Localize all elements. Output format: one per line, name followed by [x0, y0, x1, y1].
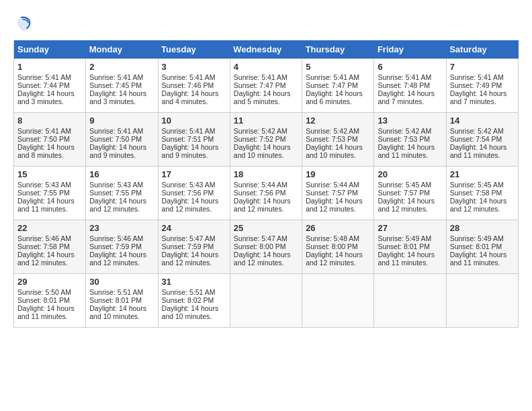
day-cell-25: 25 Sunrise: 5:47 AM Sunset: 8:00 PM Dayl… — [230, 220, 302, 274]
sunset-text: Sunset: 7:55 PM — [17, 189, 70, 197]
daylight-text: Daylight: 14 hours — [306, 143, 363, 151]
daylight-text: Daylight: 14 hours — [378, 250, 435, 259]
sunrise-text: Sunrise: 5:50 AM — [17, 288, 71, 296]
sunset-text: Sunset: 7:58 PM — [450, 189, 502, 197]
sunset-text: Sunset: 7:56 PM — [162, 189, 214, 197]
header-saturday: Saturday — [446, 40, 518, 59]
sunset-text: Sunset: 7:50 PM — [89, 135, 142, 143]
sunset-text: Sunset: 7:45 PM — [89, 81, 142, 89]
daylight-extra: and 12 minutes. — [89, 259, 140, 267]
sunrise-text: Sunrise: 5:44 AM — [306, 181, 359, 189]
day-cell-10: 10 Sunrise: 5:41 AM Sunset: 7:51 PM Dayl… — [158, 113, 230, 167]
daylight-text: Daylight: 14 hours — [306, 250, 363, 259]
daylight-text: Daylight: 14 hours — [378, 197, 435, 205]
sunset-text: Sunset: 7:57 PM — [378, 189, 430, 197]
daylight-extra: and 3 minutes. — [89, 97, 136, 105]
sunrise-text: Sunrise: 5:51 AM — [162, 288, 216, 296]
daylight-extra: and 5 minutes. — [234, 97, 280, 105]
daylight-text: Daylight: 14 hours — [234, 197, 291, 205]
day-cell-21: 21 Sunrise: 5:45 AM Sunset: 7:58 PM Dayl… — [446, 167, 518, 220]
sunset-text: Sunset: 7:53 PM — [306, 135, 358, 143]
calendar-week-3: 15 Sunrise: 5:43 AM Sunset: 7:55 PM Dayl… — [14, 167, 519, 220]
daylight-extra: and 12 minutes. — [306, 205, 356, 213]
sunrise-text: Sunrise: 5:51 AM — [89, 288, 143, 296]
sunset-text: Sunset: 8:00 PM — [306, 242, 358, 250]
daylight-text: Daylight: 14 hours — [450, 250, 507, 259]
daylight-extra: and 11 minutes. — [378, 151, 428, 159]
daylight-extra: and 12 minutes. — [378, 205, 428, 213]
daylight-text: Daylight: 14 hours — [378, 89, 435, 97]
day-cell-28: 28 Sunrise: 5:49 AM Sunset: 8:01 PM Dayl… — [446, 220, 518, 274]
daylight-extra: and 6 minutes. — [306, 97, 352, 105]
day-number: 30 — [89, 277, 154, 287]
daylight-extra: and 12 minutes. — [306, 259, 356, 267]
day-cell-16: 16 Sunrise: 5:43 AM Sunset: 7:55 PM Dayl… — [86, 167, 158, 220]
sunset-text: Sunset: 7:48 PM — [378, 81, 430, 89]
header-monday: Monday — [86, 40, 158, 59]
day-number: 26 — [306, 223, 370, 233]
daylight-text: Daylight: 14 hours — [17, 89, 75, 97]
calendar-week-2: 8 Sunrise: 5:41 AM Sunset: 7:50 PM Dayli… — [14, 113, 519, 167]
daylight-extra: and 11 minutes. — [450, 151, 500, 159]
calendar-week-5: 29 Sunrise: 5:50 AM Sunset: 8:01 PM Dayl… — [14, 274, 519, 328]
day-number: 15 — [17, 169, 82, 179]
day-cell-22: 22 Sunrise: 5:46 AM Sunset: 7:58 PM Dayl… — [14, 220, 86, 274]
page-header — [13, 13, 519, 34]
day-cell-14: 14 Sunrise: 5:42 AM Sunset: 7:54 PM Dayl… — [446, 113, 518, 167]
sunrise-text: Sunrise: 5:43 AM — [162, 181, 216, 189]
weekday-header-row: Sunday Monday Tuesday Wednesday Thursday… — [14, 40, 519, 59]
day-cell-12: 12 Sunrise: 5:42 AM Sunset: 7:53 PM Dayl… — [302, 113, 374, 167]
daylight-extra: and 11 minutes. — [450, 259, 500, 267]
day-cell-18: 18 Sunrise: 5:44 AM Sunset: 7:56 PM Dayl… — [230, 167, 302, 220]
day-cell-29: 29 Sunrise: 5:50 AM Sunset: 8:01 PM Dayl… — [14, 274, 86, 328]
header-friday: Friday — [374, 40, 446, 59]
daylight-extra: and 12 minutes. — [234, 205, 284, 213]
sunrise-text: Sunrise: 5:47 AM — [234, 234, 287, 242]
daylight-text: Daylight: 14 hours — [162, 143, 219, 151]
logo — [13, 13, 36, 34]
day-number: 23 — [89, 223, 154, 233]
sunset-text: Sunset: 7:54 PM — [450, 135, 502, 143]
day-number: 31 — [162, 277, 226, 287]
header-thursday: Thursday — [302, 40, 374, 59]
sunrise-text: Sunrise: 5:48 AM — [306, 234, 359, 242]
daylight-extra: and 10 minutes. — [162, 312, 212, 320]
day-number: 1 — [17, 62, 82, 72]
daylight-text: Daylight: 14 hours — [89, 304, 146, 312]
day-number: 20 — [378, 169, 442, 179]
daylight-extra: and 12 minutes. — [234, 259, 284, 267]
empty-cell — [374, 274, 446, 328]
day-number: 6 — [378, 62, 442, 72]
sunrise-text: Sunrise: 5:41 AM — [306, 73, 359, 81]
daylight-text: Daylight: 14 hours — [234, 250, 291, 259]
daylight-text: Daylight: 14 hours — [17, 250, 75, 259]
sunset-text: Sunset: 7:47 PM — [234, 81, 286, 89]
day-number: 9 — [89, 116, 154, 126]
day-number: 19 — [306, 169, 370, 179]
sunset-text: Sunset: 7:46 PM — [162, 81, 214, 89]
daylight-text: Daylight: 14 hours — [89, 89, 146, 97]
daylight-extra: and 10 minutes. — [89, 312, 140, 320]
sunrise-text: Sunrise: 5:41 AM — [162, 73, 216, 81]
sunset-text: Sunset: 7:50 PM — [17, 135, 70, 143]
day-number: 7 — [450, 62, 515, 72]
daylight-text: Daylight: 14 hours — [378, 143, 435, 151]
day-number: 2 — [89, 62, 154, 72]
daylight-text: Daylight: 14 hours — [306, 197, 363, 205]
sunrise-text: Sunrise: 5:42 AM — [234, 127, 287, 135]
day-cell-17: 17 Sunrise: 5:43 AM Sunset: 7:56 PM Dayl… — [158, 167, 230, 220]
sunset-text: Sunset: 8:02 PM — [162, 296, 214, 304]
day-number: 18 — [234, 169, 298, 179]
day-number: 17 — [162, 169, 226, 179]
daylight-text: Daylight: 14 hours — [450, 143, 507, 151]
day-cell-7: 7 Sunrise: 5:41 AM Sunset: 7:49 PM Dayli… — [446, 59, 518, 113]
calendar-week-4: 22 Sunrise: 5:46 AM Sunset: 7:58 PM Dayl… — [14, 220, 519, 274]
sunset-text: Sunset: 7:59 PM — [89, 242, 142, 250]
sunset-text: Sunset: 7:59 PM — [162, 242, 214, 250]
sunrise-text: Sunrise: 5:44 AM — [234, 181, 287, 189]
day-number: 16 — [89, 169, 154, 179]
sunrise-text: Sunrise: 5:41 AM — [450, 73, 504, 81]
daylight-extra: and 11 minutes. — [378, 259, 428, 267]
daylight-extra: and 11 minutes. — [17, 205, 68, 213]
day-cell-26: 26 Sunrise: 5:48 AM Sunset: 8:00 PM Dayl… — [302, 220, 374, 274]
